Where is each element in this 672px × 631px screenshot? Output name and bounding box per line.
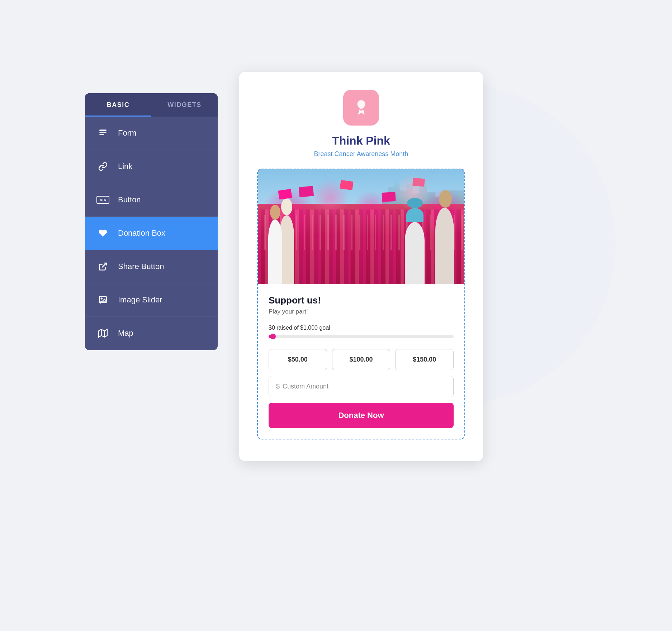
sidebar-tabs: BASIC WIDGETS — [85, 93, 218, 117]
heart-icon — [96, 226, 110, 240]
map-icon — [96, 326, 110, 340]
svg-rect-2 — [99, 134, 104, 135]
link-icon — [96, 159, 110, 174]
tab-widgets[interactable]: WIDGETS — [151, 93, 218, 117]
svg-rect-0 — [99, 130, 107, 131]
amount-buttons: $50.00 $100.00 $150.00 — [269, 349, 454, 370]
sidebar-item-button[interactable]: BTN Button — [85, 183, 218, 217]
custom-amount-field[interactable]: $ Custom Amount — [269, 376, 454, 397]
tab-basic[interactable]: BASIC — [85, 93, 151, 117]
sidebar-item-link[interactable]: Link — [85, 150, 218, 183]
ribbon-icon — [351, 98, 371, 117]
sidebar-item-share-button[interactable]: Share Button — [85, 250, 218, 283]
custom-amount-placeholder: Custom Amount — [283, 383, 328, 390]
button-icon: BTN — [96, 193, 110, 207]
progress-bar-fill — [269, 335, 274, 338]
card-subtitle: Breast Cancer Awareness Month — [314, 150, 408, 158]
svg-marker-7 — [99, 329, 107, 337]
sidebar-item-map[interactable]: Map — [85, 317, 218, 350]
svg-rect-1 — [99, 132, 107, 133]
card-title: Think Pink — [332, 134, 390, 147]
progress-label: $0 raised of $1,000 goal — [269, 325, 454, 331]
main-container: BASIC WIDGETS Form — [85, 65, 587, 567]
dollar-sign: $ — [276, 383, 280, 390]
image-slider-icon — [96, 293, 110, 307]
sidebar-item-image-slider[interactable]: Image Slider — [85, 283, 218, 317]
svg-line-3 — [102, 263, 107, 267]
progress-bar-container — [269, 335, 454, 338]
donation-image — [258, 169, 464, 284]
sidebar: BASIC WIDGETS Form — [85, 93, 218, 350]
form-icon — [96, 126, 110, 140]
card-header: Think Pink Breast Cancer Awareness Month — [257, 90, 465, 158]
donation-content: Support us! Play your part! $0 raised of… — [258, 284, 464, 439]
sidebar-item-donation-box[interactable]: Donation Box — [85, 217, 218, 250]
content-card: Think Pink Breast Cancer Awareness Month — [239, 72, 483, 461]
share-icon — [96, 259, 110, 274]
svg-point-5 — [101, 298, 102, 299]
amount-btn-100[interactable]: $100.00 — [332, 349, 391, 370]
donation-box-area: Support us! Play your part! $0 raised of… — [257, 169, 465, 439]
sidebar-item-form[interactable]: Form — [85, 117, 218, 150]
donate-now-button[interactable]: Donate Now — [269, 403, 454, 428]
amount-btn-150[interactable]: $150.00 — [395, 349, 454, 370]
support-subtitle: Play your part! — [269, 308, 454, 315]
amount-btn-50[interactable]: $50.00 — [269, 349, 327, 370]
support-title: Support us! — [269, 295, 454, 306]
ribbon-icon-wrapper — [343, 90, 379, 126]
